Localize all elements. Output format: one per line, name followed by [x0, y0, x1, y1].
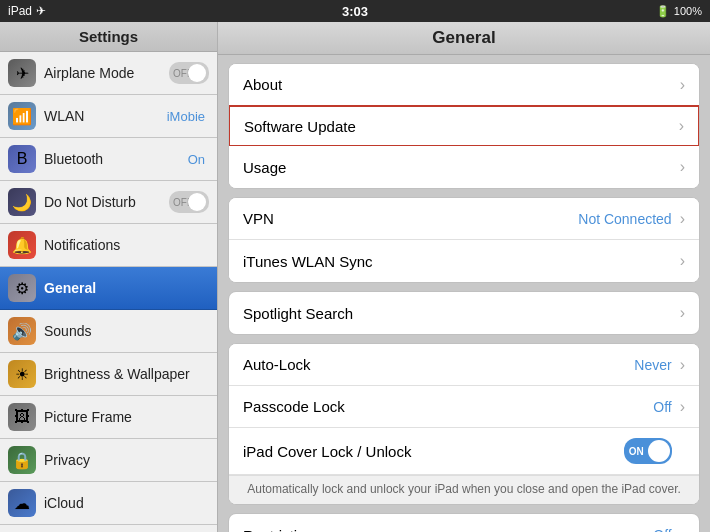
sidebar-item-airplane-mode[interactable]: ✈ Airplane Mode OFF: [0, 52, 217, 95]
auto-lock-label: Auto-Lock: [243, 356, 634, 373]
section-vpn: VPN Not Connected › iTunes WLAN Sync ›: [228, 197, 700, 283]
cover-lock-note: Automatically lock and unlock your iPad …: [229, 475, 699, 504]
row-itunes-wlan-sync[interactable]: iTunes WLAN Sync ›: [229, 240, 699, 282]
spotlight-chevron: ›: [680, 304, 685, 322]
row-spotlight-search[interactable]: Spotlight Search ›: [229, 292, 699, 334]
sidebar-item-picture-frame[interactable]: 🖼 Picture Frame: [0, 396, 217, 439]
row-auto-lock[interactable]: Auto-Lock Never ›: [229, 344, 699, 386]
ipad-cover-toggle[interactable]: ON: [624, 438, 672, 464]
content-area: General About › Software Update › Usage …: [218, 22, 710, 532]
section-lock: Auto-Lock Never › Passcode Lock Off › iP…: [228, 343, 700, 505]
status-left: iPad ✈: [8, 4, 46, 18]
wlan-value: iMobie: [167, 109, 205, 124]
software-update-label: Software Update: [244, 118, 675, 135]
sidebar-item-mail[interactable]: ✉ Mail, Contacts, Calendars: [0, 525, 217, 532]
brightness-label: Brightness & Wallpaper: [44, 366, 209, 382]
software-update-chevron: ›: [679, 117, 684, 135]
sidebar-item-sounds[interactable]: 🔊 Sounds: [0, 310, 217, 353]
row-usage[interactable]: Usage ›: [229, 146, 699, 188]
icloud-label: iCloud: [44, 495, 209, 511]
status-time: 3:03: [342, 4, 368, 19]
do-not-disturb-icon: 🌙: [8, 188, 36, 216]
sidebar-item-privacy[interactable]: 🔒 Privacy: [0, 439, 217, 482]
about-label: About: [243, 76, 676, 93]
icloud-icon: ☁: [8, 489, 36, 517]
row-vpn[interactable]: VPN Not Connected ›: [229, 198, 699, 240]
notifications-label: Notifications: [44, 237, 209, 253]
airplane-mode-toggle[interactable]: OFF: [169, 62, 209, 84]
row-restrictions[interactable]: Restrictions Off ›: [229, 514, 699, 532]
sidebar-item-bluetooth[interactable]: B Bluetooth On: [0, 138, 217, 181]
sounds-label: Sounds: [44, 323, 209, 339]
sounds-icon: 🔊: [8, 317, 36, 345]
vpn-label: VPN: [243, 210, 578, 227]
battery-level: 100%: [674, 5, 702, 17]
usage-chevron: ›: [680, 158, 685, 176]
vpn-chevron: ›: [680, 210, 685, 228]
bluetooth-label: Bluetooth: [44, 151, 188, 167]
sidebar-item-general[interactable]: ⚙ General: [0, 267, 217, 310]
sidebar-item-wlan[interactable]: 📶 WLAN iMobie: [0, 95, 217, 138]
sidebar-item-do-not-disturb[interactable]: 🌙 Do Not Disturb OFF: [0, 181, 217, 224]
ipad-label: iPad: [8, 4, 32, 18]
itunes-chevron: ›: [680, 252, 685, 270]
row-software-update[interactable]: Software Update ›: [228, 105, 700, 147]
restrictions-chevron: ›: [680, 526, 685, 532]
row-about[interactable]: About ›: [229, 64, 699, 106]
bluetooth-value: On: [188, 152, 205, 167]
brightness-icon: ☀: [8, 360, 36, 388]
section-about: About › Software Update › Usage ›: [228, 63, 700, 189]
privacy-label: Privacy: [44, 452, 209, 468]
row-passcode-lock[interactable]: Passcode Lock Off ›: [229, 386, 699, 428]
notifications-icon: 🔔: [8, 231, 36, 259]
airplane-mode-icon: ✈: [8, 59, 36, 87]
section-spotlight: Spotlight Search ›: [228, 291, 700, 335]
passcode-chevron: ›: [680, 398, 685, 416]
general-icon: ⚙: [8, 274, 36, 302]
restrictions-value: Off: [653, 527, 671, 532]
usage-label: Usage: [243, 159, 676, 176]
status-bar: iPad ✈ 3:03 🔋 100%: [0, 0, 710, 22]
row-ipad-cover-lock[interactable]: iPad Cover Lock / Unlock ON ›: [229, 428, 699, 475]
wlan-icon: 📶: [8, 102, 36, 130]
vpn-value: Not Connected: [578, 211, 671, 227]
spotlight-label: Spotlight Search: [243, 305, 676, 322]
main-layout: Settings ✈ Airplane Mode OFF 📶 WLAN iMob…: [0, 22, 710, 532]
passcode-label: Passcode Lock: [243, 398, 653, 415]
passcode-value: Off: [653, 399, 671, 415]
restrictions-label: Restrictions: [243, 527, 653, 533]
sidebar: Settings ✈ Airplane Mode OFF 📶 WLAN iMob…: [0, 22, 218, 532]
sidebar-item-brightness[interactable]: ☀ Brightness & Wallpaper: [0, 353, 217, 396]
section-restrictions: Restrictions Off ›: [228, 513, 700, 532]
wlan-label: WLAN: [44, 108, 167, 124]
privacy-icon: 🔒: [8, 446, 36, 474]
picture-frame-label: Picture Frame: [44, 409, 209, 425]
wifi-icon: ✈: [36, 4, 46, 18]
itunes-wlan-label: iTunes WLAN Sync: [243, 253, 676, 270]
do-not-disturb-label: Do Not Disturb: [44, 194, 169, 210]
sidebar-item-icloud[interactable]: ☁ iCloud: [0, 482, 217, 525]
general-label: General: [44, 280, 209, 296]
bluetooth-icon: B: [8, 145, 36, 173]
content-title: General: [218, 22, 710, 55]
about-chevron: ›: [680, 76, 685, 94]
picture-frame-icon: 🖼: [8, 403, 36, 431]
sidebar-item-notifications[interactable]: 🔔 Notifications: [0, 224, 217, 267]
sidebar-title: Settings: [0, 22, 217, 52]
airplane-mode-label: Airplane Mode: [44, 65, 169, 81]
battery-icon: 🔋: [656, 5, 670, 18]
do-not-disturb-toggle[interactable]: OFF: [169, 191, 209, 213]
auto-lock-chevron: ›: [680, 356, 685, 374]
auto-lock-value: Never: [634, 357, 671, 373]
status-right: 🔋 100%: [656, 5, 702, 18]
ipad-cover-label: iPad Cover Lock / Unlock: [243, 443, 624, 460]
